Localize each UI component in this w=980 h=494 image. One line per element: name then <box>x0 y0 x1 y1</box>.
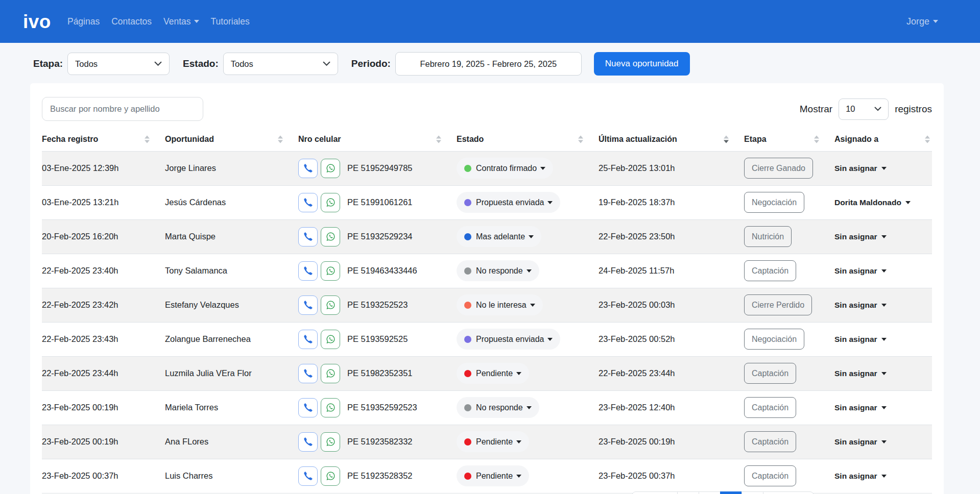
nueva-oportunidad-button[interactable]: Nueva oportunidad <box>594 52 690 76</box>
whatsapp-icon <box>325 300 336 310</box>
whatsapp-button[interactable] <box>321 330 340 349</box>
whatsapp-icon <box>325 368 336 379</box>
column-header-label: Fecha registro <box>42 135 98 143</box>
column-header[interactable]: Nro celular <box>298 128 457 151</box>
estado-dropdown[interactable]: Propuesta enviada <box>457 329 560 350</box>
call-button[interactable] <box>298 398 318 417</box>
periodo-input[interactable] <box>395 52 582 76</box>
etapa-button[interactable]: Captación <box>744 260 796 281</box>
user-menu[interactable]: Jorge <box>906 16 938 27</box>
call-button[interactable] <box>298 466 318 486</box>
asignado-dropdown[interactable]: Sin asignar <box>834 403 887 412</box>
user-name: Jorge <box>906 16 929 27</box>
whatsapp-button[interactable] <box>321 193 340 212</box>
nav-item-label: Contactos <box>111 16 152 27</box>
etapa-button[interactable]: Cierre Ganado <box>744 158 813 179</box>
page-button[interactable]: Anterior <box>632 491 678 494</box>
whatsapp-button[interactable] <box>321 261 340 281</box>
estado-dropdown[interactable]: No le interesa <box>457 294 543 315</box>
asignado-dropdown[interactable]: Sin asignar <box>834 266 887 276</box>
page-button[interactable]: 4 <box>742 491 763 494</box>
search-input[interactable] <box>42 97 203 121</box>
column-header[interactable]: Última actualización <box>599 128 744 151</box>
estado-label: Propuesta enviada <box>476 198 544 207</box>
page-button[interactable]: 3 <box>720 491 742 494</box>
estado-dropdown[interactable]: Pendiente <box>457 431 529 452</box>
page-size-select[interactable]: 10 <box>839 98 889 120</box>
column-header-label: Estado <box>457 135 484 143</box>
asignado-dropdown[interactable]: Sin asignar <box>834 301 887 310</box>
estado-dropdown[interactable]: Propuesta enviada <box>457 192 560 213</box>
whatsapp-icon <box>325 402 336 413</box>
call-button[interactable] <box>298 295 318 315</box>
page-button[interactable]: Siguiente <box>763 491 815 494</box>
etapa-cell: Nutrición <box>744 219 834 254</box>
table-body: 03-Ene-2025 12:39h Jorge Linares PE 5195… <box>42 151 932 493</box>
whatsapp-button[interactable] <box>321 398 340 417</box>
page-button[interactable]: 2 <box>699 491 721 494</box>
asignado-dropdown[interactable]: Sin asignar <box>834 369 887 378</box>
etapa-cell: Cierre Ganado <box>744 151 834 185</box>
nav-menu: Páginas Contactos Ventas Tutoriales <box>67 16 250 27</box>
etapa-filter-select[interactable]: Todos <box>67 53 170 75</box>
nav-item[interactable]: Ventas <box>163 16 199 27</box>
call-button[interactable] <box>298 193 318 212</box>
estado-dropdown[interactable]: Pendiente <box>457 465 529 486</box>
call-button[interactable] <box>298 330 318 349</box>
estado-filter-select[interactable]: Todos <box>223 53 338 75</box>
asignado-dropdown[interactable]: Dorita Maldonado <box>834 198 911 207</box>
etapa-cell: Captación <box>744 254 834 288</box>
column-header[interactable]: Estado <box>457 128 599 151</box>
whatsapp-button[interactable] <box>321 159 340 178</box>
estado-dropdown[interactable]: Contrato firmado <box>457 158 553 179</box>
call-button[interactable] <box>298 159 318 178</box>
asignado-dropdown[interactable]: Sin asignar <box>834 437 887 447</box>
estado-dropdown[interactable]: No responde <box>457 260 539 281</box>
etapa-button[interactable]: Captación <box>744 431 796 452</box>
oportunidad-cell: Tony Salamanca <box>165 254 298 288</box>
nav-item[interactable]: Contactos <box>111 16 152 27</box>
column-header[interactable]: Asignado a <box>834 128 932 151</box>
whatsapp-button[interactable] <box>321 364 340 383</box>
page-button[interactable]: 1 <box>677 491 699 494</box>
asignado-dropdown[interactable]: Sin asignar <box>834 335 887 344</box>
asignado-cell: Dorita Maldonado <box>834 185 932 219</box>
fecha-registro-cell: 23-Feb-2025 00:19h <box>42 425 165 459</box>
whatsapp-button[interactable] <box>321 227 340 246</box>
etapa-button[interactable]: Captación <box>744 465 796 486</box>
column-header[interactable]: Etapa <box>744 128 834 151</box>
sort-icon <box>925 135 930 143</box>
estado-dropdown[interactable]: Mas adelante <box>457 226 541 247</box>
column-header[interactable]: Fecha registro <box>42 128 165 151</box>
call-button[interactable] <box>298 261 318 281</box>
table-row: 20-Feb-2025 16:20h Marta Quispe PE 51932… <box>42 219 932 254</box>
estado-dropdown[interactable]: Pendiente <box>457 363 529 384</box>
column-header-label: Asignado a <box>834 135 878 143</box>
whatsapp-button[interactable] <box>321 466 340 486</box>
oportunidad-cell: Ana FLores <box>165 425 298 459</box>
etapa-button[interactable]: Negociación <box>744 329 804 350</box>
etapa-button[interactable]: Nutrición <box>744 226 792 247</box>
estado-label: Contrato firmado <box>476 164 537 173</box>
whatsapp-button[interactable] <box>321 432 340 452</box>
caret-down-icon <box>933 20 938 23</box>
asignado-dropdown[interactable]: Sin asignar <box>834 232 887 241</box>
asignado-dropdown[interactable]: Sin asignar <box>834 472 887 481</box>
nav-item[interactable]: Tutoriales <box>211 16 250 27</box>
asignado-cell: Sin asignar <box>834 425 932 459</box>
oportunidad-cell: Estefany Velazques <box>165 288 298 322</box>
etapa-button[interactable]: Captación <box>744 363 796 384</box>
etapa-button[interactable]: Cierre Perdido <box>744 294 812 315</box>
call-button[interactable] <box>298 432 318 452</box>
ultima-actualizacion-cell: 23-Feb-2025 00:19h <box>599 425 744 459</box>
call-button[interactable] <box>298 227 318 246</box>
etapa-button[interactable]: Negociación <box>744 192 804 213</box>
nav-item[interactable]: Páginas <box>67 16 100 27</box>
whatsapp-button[interactable] <box>321 295 340 315</box>
asignado-dropdown[interactable]: Sin asignar <box>834 164 887 173</box>
oportunidad-cell: Jesús Cárdenas <box>165 185 298 219</box>
etapa-button[interactable]: Captación <box>744 397 796 418</box>
estado-dropdown[interactable]: No responde <box>457 397 539 418</box>
call-button[interactable] <box>298 364 318 383</box>
column-header[interactable]: Oportunidad <box>165 128 298 151</box>
